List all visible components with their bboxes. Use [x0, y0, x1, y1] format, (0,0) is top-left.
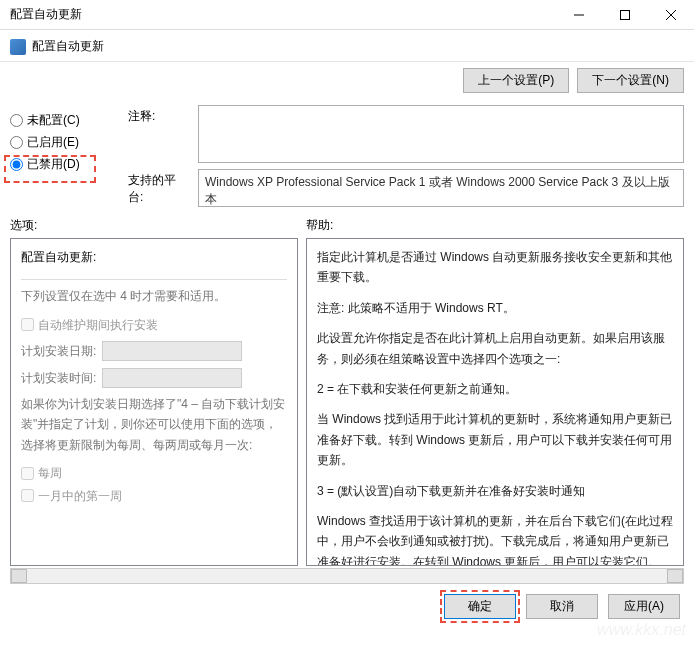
options-note: 下列设置仅在选中 4 时才需要和适用。: [21, 286, 287, 306]
install-day-select: [102, 341, 242, 361]
options-label: 选项:: [10, 217, 306, 234]
close-icon[interactable]: [648, 0, 694, 30]
help-p5: 当 Windows 找到适用于此计算机的更新时，系统将通知用户更新已准备好下载。…: [317, 409, 673, 470]
help-p7: Windows 查找适用于该计算机的更新，并在后台下载它们(在此过程中，用户不会…: [317, 511, 673, 566]
help-p3: 此设置允许你指定是否在此计算机上启用自动更新。如果启用该服务，则必须在组策略设置…: [317, 328, 673, 369]
install-time-label: 计划安装时间:: [21, 368, 96, 388]
radio-not-configured-label[interactable]: 未配置(C): [27, 112, 80, 129]
chk-maintenance: [21, 318, 34, 331]
maximize-icon[interactable]: [602, 0, 648, 30]
cancel-button[interactable]: 取消: [526, 594, 598, 619]
install-day-label: 计划安装日期:: [21, 341, 96, 361]
radio-enabled-label[interactable]: 已启用(E): [27, 134, 79, 151]
radio-not-configured[interactable]: [10, 114, 23, 127]
help-panel[interactable]: 指定此计算机是否通过 Windows 自动更新服务接收安全更新和其他重要下载。 …: [306, 238, 684, 566]
next-setting-button[interactable]: 下一个设置(N): [577, 68, 684, 93]
policy-icon: [10, 39, 26, 55]
window-controls: [556, 0, 694, 30]
options-header: 配置自动更新:: [21, 247, 287, 267]
radio-disabled[interactable]: [10, 158, 23, 171]
help-p1: 指定此计算机是否通过 Windows 自动更新服务接收安全更新和其他重要下载。: [317, 247, 673, 288]
minimize-icon[interactable]: [556, 0, 602, 30]
supported-textarea: [198, 169, 684, 207]
comment-textarea[interactable]: [198, 105, 684, 163]
help-label: 帮助:: [306, 217, 333, 234]
help-p6: 3 = (默认设置)自动下载更新并在准备好安装时通知: [317, 481, 673, 501]
page-title: 配置自动更新: [32, 38, 104, 55]
ok-button[interactable]: 确定: [444, 594, 516, 619]
supported-label: 支持的平台:: [128, 169, 190, 206]
chk-weekly-label: 每周: [38, 463, 62, 483]
help-p2: 注意: 此策略不适用于 Windows RT。: [317, 298, 673, 318]
chk-maintenance-label: 自动维护期间执行安装: [38, 315, 158, 335]
apply-button[interactable]: 应用(A): [608, 594, 680, 619]
install-time-select: [102, 368, 242, 388]
prev-setting-button[interactable]: 上一个设置(P): [463, 68, 569, 93]
horizontal-scrollbar[interactable]: [10, 568, 684, 584]
help-p4: 2 = 在下载和安装任何更新之前通知。: [317, 379, 673, 399]
options-panel[interactable]: 配置自动更新: 下列设置仅在选中 4 时才需要和适用。 自动维护期间执行安装 计…: [10, 238, 298, 566]
window-title: 配置自动更新: [10, 6, 556, 23]
divider: [21, 279, 287, 280]
radio-enabled[interactable]: [10, 136, 23, 149]
chk-first-week: [21, 489, 34, 502]
plan-note: 如果你为计划安装日期选择了"4 – 自动下载计划安装"并指定了计划，则你还可以使…: [21, 394, 287, 455]
chk-weekly: [21, 467, 34, 480]
svg-rect-1: [621, 10, 630, 19]
chk-first-week-label: 一月中的第一周: [38, 486, 122, 506]
comment-label: 注释:: [128, 105, 190, 125]
radio-disabled-label[interactable]: 已禁用(D): [27, 156, 80, 173]
